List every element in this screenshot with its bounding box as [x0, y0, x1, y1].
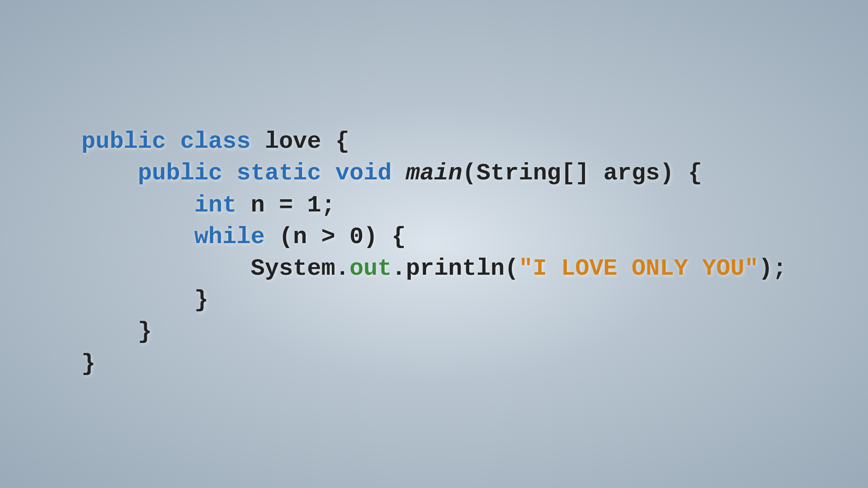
keyword-static: static: [236, 160, 321, 187]
code-line-6: }: [81, 285, 787, 316]
brace-close-class: }: [81, 351, 95, 377]
code-line-1: public class love {: [81, 126, 787, 158]
brace-close-while: }: [194, 287, 208, 314]
space-1: [166, 128, 180, 155]
keyword-class: class: [180, 128, 250, 155]
out-text: out: [349, 255, 392, 282]
println-text: .println(: [392, 255, 519, 282]
code-line-2: public static void main(String[] args) {: [81, 158, 787, 189]
system-text: System.: [250, 255, 349, 282]
code-line-5: System.out.println("I LOVE ONLY YOU");: [81, 253, 787, 285]
classname-love: love {: [250, 128, 349, 155]
code-block: public class love { public static void m…: [0, 108, 787, 380]
keyword-public-1: public: [81, 128, 166, 155]
code-line-7: }: [81, 316, 787, 348]
keyword-public-2: public: [138, 160, 222, 187]
int-statement: n = 1;: [236, 192, 335, 219]
string-value: "I LOVE ONLY YOU": [519, 255, 759, 282]
code-line-4: while (n > 0) {: [81, 221, 787, 253]
main-args: (String[] args) {: [462, 160, 703, 187]
keyword-while: while: [194, 224, 265, 250]
while-condition: (n > 0) {: [265, 224, 406, 250]
code-line-8: }: [81, 348, 787, 380]
brace-close-main: }: [138, 319, 152, 345]
method-main: main: [406, 160, 462, 187]
keyword-int: int: [194, 192, 237, 219]
println-close: );: [759, 255, 787, 282]
keyword-void: void: [335, 160, 392, 187]
code-line-3: int n = 1;: [81, 190, 787, 221]
